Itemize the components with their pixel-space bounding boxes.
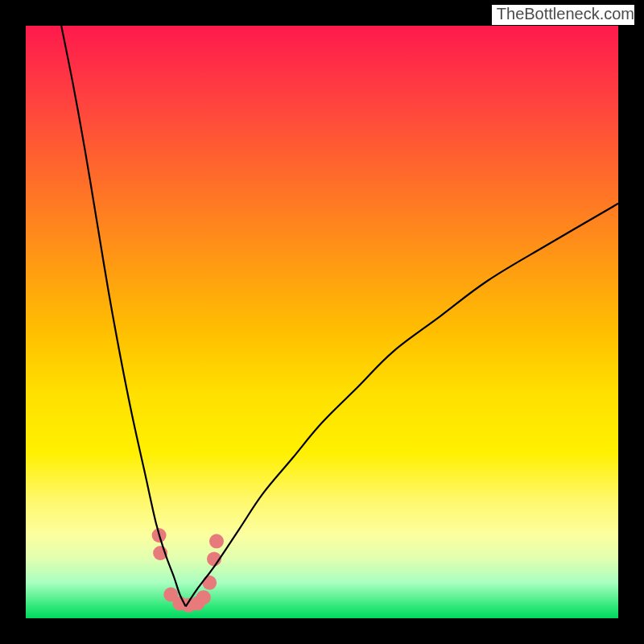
- marker-dot: [196, 590, 211, 605]
- watermark-text: TheBottleneck.com: [492, 5, 634, 25]
- right-curve: [186, 204, 618, 607]
- marker-dot: [202, 576, 217, 590]
- chart-frame: TheBottleneck.com: [0, 0, 644, 644]
- marker-group: [152, 528, 224, 613]
- marker-dot: [209, 534, 224, 548]
- plot-area: [26, 26, 618, 618]
- curves-svg: [26, 26, 618, 618]
- left-curve: [61, 26, 186, 606]
